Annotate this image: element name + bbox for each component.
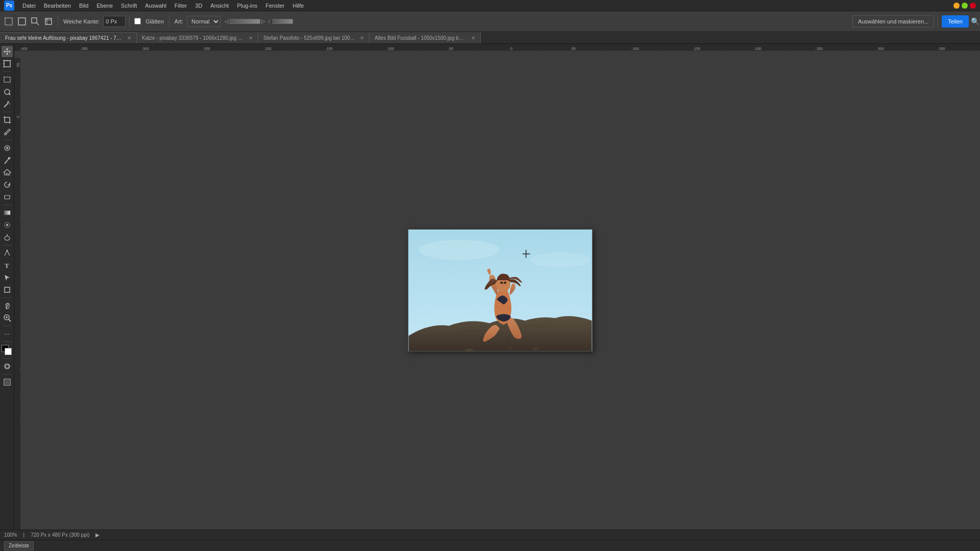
toolbar-tool-icon2 [16, 16, 28, 27]
svg-text:100: 100 [633, 47, 639, 51]
svg-text:T: T [5, 262, 9, 269]
svg-text:0: 0 [510, 47, 512, 51]
doc-tab-0[interactable]: Frau sehr kleine Auflösung - pixabay 186… [0, 32, 137, 43]
doc-tab-1[interactable]: Katze - pixabay 3336579 - 1066x1280.jpg … [137, 32, 258, 43]
shape-tool[interactable] [2, 284, 13, 295]
close-button[interactable] [970, 3, 976, 9]
tab-1-label: Katze - pixabay 3336579 - 1066x1280.jpg … [142, 35, 244, 41]
toolbar-tool-icon4 [43, 16, 54, 27]
menu-ansicht[interactable]: Ansicht [206, 2, 233, 10]
toolbar: Weiche Kante: Glätten Art: Normal ◁ ▷ ↕ … [0, 11, 980, 32]
status-bar: 100% | 720 Px x 480 Px (300 ppi) ▶ [0, 530, 980, 540]
menu-filter[interactable]: Filter [170, 2, 191, 10]
dodge-tool[interactable] [2, 232, 13, 243]
tool-sep9 [3, 358, 12, 359]
svg-text:350: 350 [82, 47, 88, 51]
tool-sep1 [3, 71, 12, 72]
menu-datei[interactable]: Datei [18, 2, 40, 10]
quick-mask-tool[interactable] [2, 361, 13, 372]
svg-point-123 [507, 347, 512, 349]
background-color[interactable] [5, 348, 12, 355]
timeline-button[interactable]: Zeitleiste [4, 541, 34, 550]
svg-rect-32 [4, 211, 10, 215]
svg-text:50: 50 [572, 47, 576, 51]
gradient-tool[interactable] [2, 207, 13, 218]
minimize-button[interactable] [953, 3, 960, 9]
eyedropper-tool[interactable] [2, 127, 13, 138]
magic-wand-tool[interactable] [2, 98, 13, 110]
svg-text:50: 50 [16, 63, 20, 67]
menu-ebene[interactable]: Ebene [92, 2, 117, 10]
blur-tool[interactable] [2, 219, 13, 231]
svg-text:150: 150 [694, 47, 700, 51]
tab-2-close[interactable]: ✕ [360, 35, 364, 41]
tool-sep8 [3, 341, 12, 342]
svg-rect-1 [18, 18, 26, 25]
crop-tool[interactable] [2, 114, 13, 126]
menu-bild[interactable]: Bild [75, 2, 92, 10]
doc-tabs: Frau sehr kleine Auflösung - pixabay 186… [0, 32, 980, 44]
canvas-area: 400 350 300 250 200 150 100 50 0 [14, 44, 980, 530]
menu-hilfe[interactable]: Hilfe [288, 2, 308, 10]
tool-sep4 [3, 205, 12, 205]
heal-tool[interactable] [2, 142, 13, 154]
timeline-bar: Zeitleiste [0, 540, 980, 551]
toolbar-sep1 [58, 16, 58, 27]
weiche-kante-input[interactable] [103, 16, 126, 27]
menu-fenster[interactable]: Fenster [261, 2, 288, 10]
zoom-tool[interactable] [2, 312, 13, 323]
status-arrow[interactable]: ▶ [95, 532, 100, 538]
svg-text:250: 250 [817, 47, 823, 51]
menu-schrift[interactable]: Schrift [117, 2, 141, 10]
text-tool[interactable]: T [2, 260, 13, 271]
tab-3-close[interactable]: ✕ [471, 35, 475, 41]
tool-sep2 [3, 112, 12, 112]
hand-tool[interactable] [2, 300, 13, 311]
svg-text:0: 0 [16, 116, 20, 118]
pen-tool[interactable] [2, 247, 13, 259]
tab-2-label: Stefan Passfoto - 525x699.jpg bei 100% (… [263, 35, 355, 41]
svg-text:300: 300 [878, 47, 884, 51]
menu-3d[interactable]: 3D [191, 2, 206, 10]
brush-tool[interactable] [2, 155, 13, 166]
tool-sep6 [3, 297, 12, 298]
extra-tools[interactable]: ··· [2, 328, 13, 339]
marquee-rect-tool[interactable] [2, 74, 13, 85]
tab-0-close[interactable]: ✕ [127, 35, 131, 41]
tab-1-close[interactable]: ✕ [249, 35, 253, 41]
art-select[interactable]: Normal [187, 16, 220, 27]
menu-bearbeiten[interactable]: Bearbeiten [40, 2, 75, 10]
svg-rect-49 [14, 44, 20, 51]
color-picker[interactable] [2, 345, 13, 356]
doc-tab-3[interactable]: Altes Bild Fussball - 1050x1500.jpg bei … [370, 32, 481, 43]
top-ruler: 400 350 300 250 200 150 100 50 0 [14, 44, 980, 51]
artboard-tool[interactable] [2, 58, 13, 69]
history-brush-tool[interactable] [2, 179, 13, 190]
glatten-label: Glätten [145, 18, 163, 24]
menu-plugins[interactable]: Plug-ins [233, 2, 261, 10]
menu-auswahl[interactable]: Auswahl [141, 2, 170, 10]
menu-bar: Ps Datei Bearbeiten Bild Ebene Schrift A… [0, 0, 980, 11]
toolbar-sep4 [938, 16, 938, 27]
screen-mode-tool[interactable] [2, 377, 13, 388]
move-tool[interactable] [2, 46, 13, 57]
search-icon[interactable]: 🔍 [971, 17, 979, 26]
lasso-tool[interactable] [2, 86, 13, 97]
eraser-tool[interactable] [2, 191, 13, 203]
clone-tool[interactable] [2, 167, 13, 178]
select-mask-button[interactable]: Auswählen und maskieren... [852, 15, 934, 28]
svg-point-124 [532, 348, 538, 350]
maximize-button[interactable] [962, 3, 968, 9]
share-button[interactable]: Teilen [942, 15, 969, 28]
toolbar-tool-icon3 [30, 16, 41, 27]
svg-line-17 [4, 103, 8, 107]
glatten-checkbox[interactable] [134, 18, 141, 24]
toolbar-sep3 [169, 16, 169, 27]
svg-point-37 [6, 250, 8, 252]
svg-point-117 [419, 240, 500, 260]
path-select-tool[interactable] [2, 272, 13, 283]
svg-point-35 [5, 236, 10, 240]
app-icon: Ps [4, 1, 14, 11]
doc-tab-2[interactable]: Stefan Passfoto - 525x699.jpg bei 100% (… [258, 32, 370, 43]
svg-rect-4 [45, 18, 52, 24]
